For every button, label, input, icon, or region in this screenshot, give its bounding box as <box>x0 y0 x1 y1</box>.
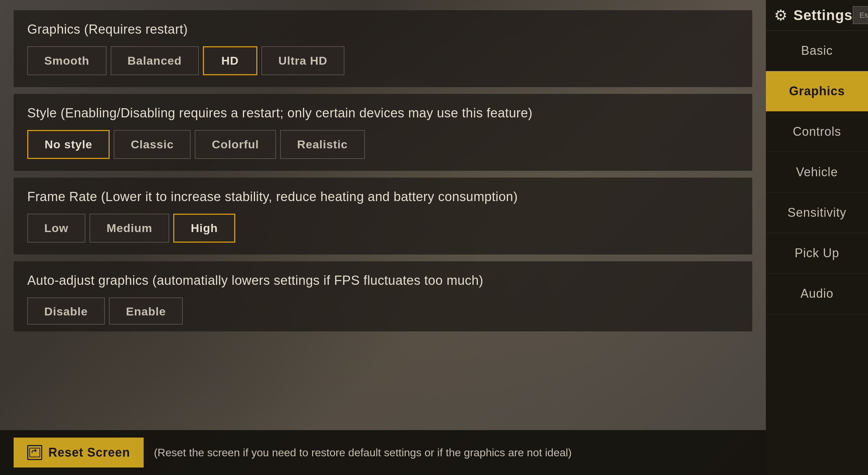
sidebar-header: ⚙ Settings Esc ✕ <box>766 0 868 31</box>
btn-disable[interactable]: Disable <box>27 297 105 325</box>
sidebar-item-graphics[interactable]: Graphics <box>766 71 868 112</box>
btn-smooth[interactable]: Smooth <box>27 46 107 75</box>
graphics-title: Graphics (Requires restart) <box>27 22 739 37</box>
btn-colorful[interactable]: Colorful <box>195 130 276 159</box>
btn-balanced[interactable]: Balanced <box>111 46 199 75</box>
sidebar-item-vehicle[interactable]: Vehicle <box>766 152 868 193</box>
sidebar: ⚙ Settings Esc ✕ Basic Graphics Controls… <box>766 0 868 475</box>
bottom-bar: Reset Screen (Reset the screen if you ne… <box>0 430 766 475</box>
settings-title-row: ⚙ Settings <box>774 6 853 24</box>
btn-low[interactable]: Low <box>27 214 85 243</box>
sidebar-nav: Basic Graphics Controls Vehicle Sensitiv… <box>766 31 868 475</box>
main-content: Graphics (Requires restart) Smooth Balan… <box>0 0 766 475</box>
autoadjust-title: Auto-adjust graphics (automatially lower… <box>27 273 739 288</box>
framerate-button-group: Low Medium High <box>27 214 739 243</box>
esc-label: Esc <box>859 11 868 20</box>
graphics-section: Graphics (Requires restart) Smooth Balan… <box>14 10 752 87</box>
btn-high[interactable]: High <box>173 214 235 243</box>
sidebar-item-basic[interactable]: Basic <box>766 31 868 71</box>
sidebar-item-audio[interactable]: Audio <box>766 274 868 314</box>
settings-label: Settings <box>793 7 853 23</box>
btn-realistic[interactable]: Realistic <box>280 130 365 159</box>
reset-screen-label: Reset Screen <box>48 445 130 460</box>
reset-icon <box>27 445 42 460</box>
sidebar-item-sensitivity[interactable]: Sensitivity <box>766 193 868 233</box>
btn-enable[interactable]: Enable <box>109 297 183 325</box>
esc-button[interactable]: Esc ✕ <box>853 6 868 24</box>
reset-screen-button[interactable]: Reset Screen <box>14 438 144 468</box>
reset-screen-desc: (Reset the screen if you need to restore… <box>154 446 572 459</box>
autoadjust-section: Auto-adjust graphics (automatially lower… <box>14 261 752 331</box>
framerate-section: Frame Rate (Lower it to increase stabili… <box>14 178 752 255</box>
btn-nostyle[interactable]: No style <box>27 130 110 159</box>
sidebar-item-pickup[interactable]: Pick Up <box>766 233 868 274</box>
btn-ultrahd[interactable]: Ultra HD <box>261 46 344 75</box>
btn-hd[interactable]: HD <box>203 46 257 75</box>
style-button-group: No style Classic Colorful Realistic <box>27 130 739 159</box>
gear-icon: ⚙ <box>774 6 787 24</box>
style-title: Style (Enabling/Disabling requires a res… <box>27 106 739 120</box>
graphics-button-group: Smooth Balanced HD Ultra HD <box>27 46 739 75</box>
framerate-title: Frame Rate (Lower it to increase stabili… <box>27 190 739 204</box>
btn-classic[interactable]: Classic <box>114 130 191 159</box>
autoadjust-button-group: Disable Enable <box>27 297 739 325</box>
btn-medium[interactable]: Medium <box>90 214 169 243</box>
style-section: Style (Enabling/Disabling requires a res… <box>14 94 752 171</box>
sidebar-item-controls[interactable]: Controls <box>766 112 868 152</box>
